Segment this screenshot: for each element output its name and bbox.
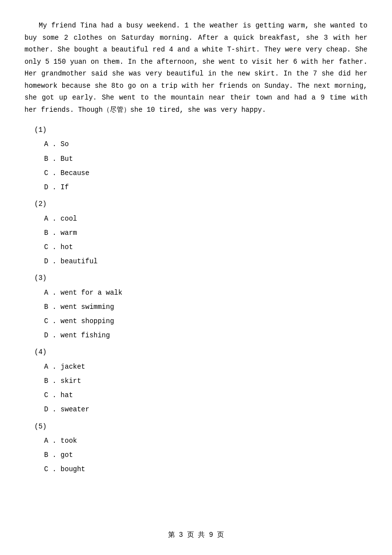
option-3-d[interactable]: D . went fishing <box>44 329 368 342</box>
questions-container: (1)A . SoB . ButC . BecauseD . If(2)A . … <box>24 125 368 476</box>
option-1-a[interactable]: A . So <box>44 138 368 151</box>
question-number-1: (1) <box>34 125 368 135</box>
option-2-a[interactable]: A . cool <box>44 213 368 225</box>
option-3-c[interactable]: C . went shopping <box>44 315 368 328</box>
option-4-c[interactable]: C . hat <box>44 389 368 402</box>
option-2-c[interactable]: C . hot <box>44 241 368 253</box>
question-group-1: (1)A . SoB . ButC . BecauseD . If <box>24 125 368 194</box>
option-2-d[interactable]: D . beautiful <box>44 255 368 268</box>
question-group-4: (4)A . jacketB . skirtC . hatD . sweater <box>24 347 368 416</box>
option-4-d[interactable]: D . sweater <box>44 404 368 416</box>
question-group-2: (2)A . coolB . warmC . hotD . beautiful <box>24 199 368 268</box>
passage-text: My friend Tina had a busy weekend. 1 the… <box>24 20 368 116</box>
option-1-b[interactable]: B . But <box>44 153 368 165</box>
option-5-b[interactable]: B . got <box>44 449 368 461</box>
option-3-a[interactable]: A . went for a walk <box>44 287 368 299</box>
page-container: My friend Tina had a busy weekend. 1 the… <box>0 0 392 498</box>
question-number-4: (4) <box>34 347 368 357</box>
option-4-b[interactable]: B . skirt <box>44 375 368 387</box>
option-1-c[interactable]: C . Because <box>44 167 368 179</box>
option-5-a[interactable]: A . took <box>44 435 368 447</box>
question-number-5: (5) <box>34 421 368 432</box>
question-group-3: (3)A . went for a walkB . went swimmingC… <box>24 273 368 342</box>
option-4-a[interactable]: A . jacket <box>44 361 368 373</box>
option-2-b[interactable]: B . warm <box>44 227 368 239</box>
option-1-d[interactable]: D . If <box>44 181 368 194</box>
question-number-2: (2) <box>34 199 368 209</box>
page-footer: 第 3 页 共 9 页 <box>0 530 392 540</box>
question-number-3: (3) <box>34 273 368 283</box>
option-5-c[interactable]: C . bought <box>44 463 368 476</box>
question-group-5: (5)A . tookB . gotC . bought <box>24 421 368 476</box>
option-3-b[interactable]: B . went swimming <box>44 301 368 313</box>
